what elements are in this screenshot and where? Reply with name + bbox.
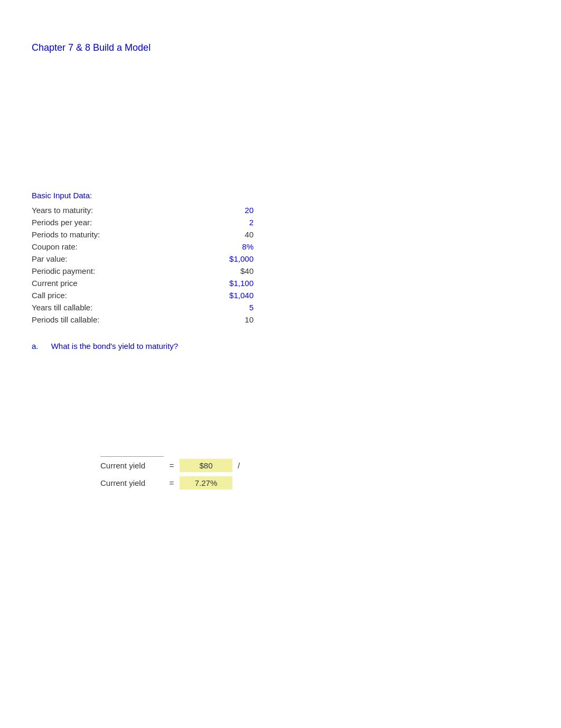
- formula-label: Current yield: [100, 478, 164, 487]
- row-label: Periods till callable:: [32, 315, 99, 324]
- table-row: Periods till callable:10: [32, 314, 254, 326]
- table-row: Par value:$1,000: [32, 253, 254, 265]
- row-label: Periods per year:: [32, 218, 92, 227]
- row-value: $40: [211, 266, 254, 275]
- formula-label: Current yield: [100, 461, 164, 470]
- table-row: Years to maturity:20: [32, 204, 254, 216]
- row-label: Periods to maturity:: [32, 230, 100, 239]
- formula-value: $80: [180, 459, 232, 472]
- formula-equals: =: [164, 478, 180, 487]
- row-label: Current price: [32, 279, 78, 288]
- formula-value: 7.27%: [180, 476, 232, 490]
- row-value: 5: [211, 303, 254, 312]
- row-value: $1,040: [211, 291, 254, 300]
- row-value: 40: [211, 230, 254, 239]
- row-value: 10: [211, 315, 254, 324]
- chapter-title: Chapter 7 & 8 Build a Model: [32, 42, 529, 53]
- basic-input-section: Basic Input Data: Years to maturity:20Pe…: [32, 191, 529, 326]
- table-row: Years till callable:5: [32, 301, 254, 314]
- question-a: a. What is the bond's yield to maturity?: [32, 342, 529, 351]
- input-data-table: Years to maturity:20Periods per year:2Pe…: [32, 204, 529, 326]
- row-label: Years till callable:: [32, 303, 92, 312]
- row-label: Years to maturity:: [32, 206, 93, 215]
- formula-rows: Current yield=$80/Current yield=7.27%: [100, 459, 529, 490]
- row-value: $1,000: [211, 254, 254, 263]
- row-value: 8%: [211, 242, 254, 251]
- row-value: 2: [211, 218, 254, 227]
- section-title: Basic Input Data:: [32, 191, 529, 200]
- table-row: Current price$1,100: [32, 277, 254, 289]
- table-row: Periodic payment:$40: [32, 265, 254, 277]
- separator-line: [100, 456, 164, 457]
- formula-equals: =: [164, 461, 180, 470]
- table-row: Periods to maturity:40: [32, 228, 254, 241]
- formula-divider: /: [238, 461, 240, 470]
- formula-row: Current yield=7.27%: [100, 476, 529, 490]
- table-row: Coupon rate:8%: [32, 241, 254, 253]
- table-row: Call price:$1,040: [32, 289, 254, 301]
- formula-section: Current yield=$80/Current yield=7.27%: [100, 456, 529, 490]
- row-value: 20: [211, 206, 254, 215]
- question-text: What is the bond's yield to maturity?: [51, 342, 178, 351]
- row-label: Par value:: [32, 254, 68, 263]
- formula-row: Current yield=$80/: [100, 459, 529, 472]
- row-label: Periodic payment:: [32, 266, 95, 275]
- row-label: Call price:: [32, 291, 67, 300]
- question-label: a.: [32, 342, 39, 351]
- row-label: Coupon rate:: [32, 242, 78, 251]
- row-value: $1,100: [211, 279, 254, 288]
- table-row: Periods per year:2: [32, 216, 254, 228]
